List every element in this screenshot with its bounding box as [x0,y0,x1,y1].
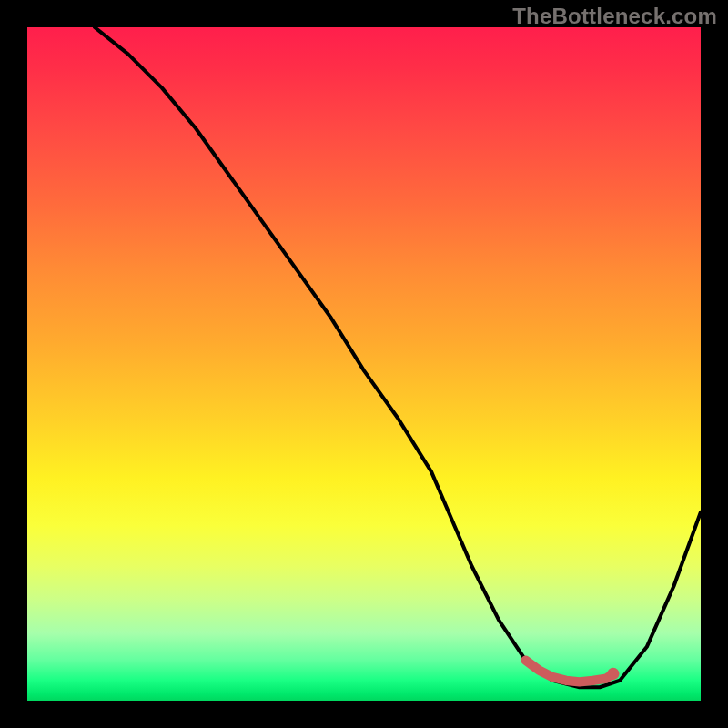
bottleneck-curve [95,27,701,687]
optimal-band-marker [526,661,613,682]
curve-layer [27,27,701,701]
optimal-band-end-dot [607,668,619,680]
watermark-text: TheBottleneck.com [512,4,717,29]
plot-area [27,27,701,701]
chart-frame: TheBottleneck.com [0,0,728,728]
